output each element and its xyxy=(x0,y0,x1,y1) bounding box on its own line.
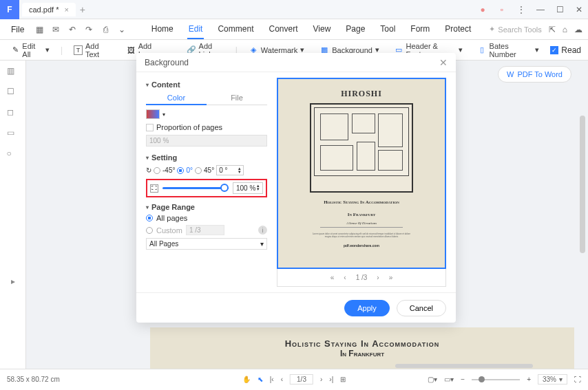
layout-icon[interactable]: ▭▾ xyxy=(444,376,454,383)
view-mode-icon[interactable]: ⊞ xyxy=(340,376,346,383)
cloud2-icon[interactable]: ☁ xyxy=(574,25,582,34)
attachment-icon[interactable]: ▭ xyxy=(7,128,19,140)
zoom-in-icon[interactable]: + xyxy=(527,376,531,383)
notif-icon[interactable]: ▫ xyxy=(493,2,511,17)
expand-sidebar-icon[interactable]: ▸ xyxy=(11,277,15,286)
next-icon[interactable]: › xyxy=(320,376,322,383)
share-icon[interactable]: ⇱ xyxy=(549,25,556,34)
select-tool-icon[interactable]: ⬉ xyxy=(258,376,263,383)
tab-view[interactable]: View xyxy=(312,20,333,39)
radio-pos45[interactable] xyxy=(195,167,202,174)
minimize-icon[interactable]: — xyxy=(532,2,549,17)
mail-icon[interactable]: ✉ xyxy=(49,23,63,36)
dialog-footer: Apply Cancel xyxy=(136,292,456,323)
angle-input[interactable]: 0 °▴▾ xyxy=(216,165,244,175)
preview-nav: « ‹ 1 /3 › » xyxy=(277,269,446,287)
custom-range-input: 1 /3 xyxy=(186,225,224,235)
next-page-icon[interactable]: › xyxy=(377,274,379,281)
preview-panel: HIROSHI Holistic Staying In Accommodatio… xyxy=(277,78,446,287)
prev-page-icon[interactable]: ‹ xyxy=(344,274,346,281)
dialog-header: Background ✕ xyxy=(136,53,456,72)
pdf-to-word-button[interactable]: W PDF To Word xyxy=(498,66,571,83)
preview-tagline: A Sense Of Elevations xyxy=(346,221,377,225)
hand-tool-icon[interactable]: ✋ xyxy=(242,376,251,383)
radio-zero[interactable] xyxy=(177,167,184,174)
custom-radio[interactable]: Custom 1 /3 i xyxy=(146,225,267,235)
zoom-slider[interactable] xyxy=(472,379,520,380)
dialog-close-icon[interactable]: ✕ xyxy=(439,57,448,68)
first-icon[interactable]: |‹ xyxy=(270,376,274,383)
close-tab-icon[interactable]: × xyxy=(64,6,68,14)
chevron-down-icon[interactable]: ⌄ xyxy=(115,23,129,36)
undo-icon[interactable]: ↶ xyxy=(65,23,79,36)
radio-neg45[interactable] xyxy=(154,167,160,174)
comment-icon[interactable]: ◻ xyxy=(7,107,19,120)
tab-filename: cad.pdf * xyxy=(29,6,59,14)
tab-tool[interactable]: Tool xyxy=(379,20,397,39)
tab-page[interactable]: Page xyxy=(344,20,366,39)
redo-icon[interactable]: ↷ xyxy=(82,23,96,36)
fullscreen-icon[interactable]: ⛶ xyxy=(574,376,581,383)
save-icon[interactable]: ▦ xyxy=(32,23,46,36)
file-tab[interactable]: File xyxy=(207,91,267,105)
cloud-icon[interactable]: ⌂ xyxy=(563,25,567,34)
more-icon[interactable]: ⋮ xyxy=(512,2,530,17)
last-icon[interactable]: ›| xyxy=(329,376,333,383)
page-input[interactable]: 1/3 xyxy=(290,374,313,384)
add-tab-icon[interactable]: + xyxy=(80,4,85,15)
opacity-value[interactable]: 100 %▴▾ xyxy=(233,182,263,194)
dialog-title: Background xyxy=(145,58,189,67)
user-icon[interactable]: ● xyxy=(474,2,492,17)
content-section[interactable]: Content xyxy=(146,80,267,89)
tab-comment[interactable]: Comment xyxy=(216,20,255,39)
document-content: Holistic Staying In Accommodation In Fra… xyxy=(150,327,574,369)
add-text-button[interactable]: TAdd Text xyxy=(70,40,116,61)
search-tools[interactable]: ✦ Search Tools xyxy=(489,25,541,34)
horizontal-scrollbar[interactable] xyxy=(395,364,533,368)
file-menu[interactable]: File xyxy=(6,22,30,37)
edit-all-button[interactable]: ✎Edit All▾ xyxy=(7,40,54,61)
color-tab[interactable]: Color xyxy=(146,91,207,105)
rotate-icon[interactable]: ↻ xyxy=(146,166,151,174)
thumbnails-icon[interactable]: ▥ xyxy=(7,66,19,78)
apply-button[interactable]: Apply xyxy=(344,300,390,316)
opacity-icon[interactable]: ⛶ xyxy=(150,184,158,193)
last-page-icon[interactable]: » xyxy=(389,274,393,281)
document-tab[interactable]: cad.pdf * × xyxy=(22,3,76,17)
preview-page: HIROSHI Holistic Staying In Accommodatio… xyxy=(277,78,446,269)
proportion-checkbox[interactable]: Proportion of pages xyxy=(146,123,267,131)
close-window-icon[interactable]: ✕ xyxy=(570,2,588,17)
zoom-select[interactable]: 33%▾ xyxy=(538,374,567,384)
tab-home[interactable]: Home xyxy=(150,20,175,39)
cancel-button[interactable]: Cancel xyxy=(397,300,446,316)
window-controls: ● ▫ ⋮ — ☐ ✕ xyxy=(474,2,588,17)
bates-number-button[interactable]: ▯Bates Number▾ xyxy=(474,40,543,61)
radio-custom-icon xyxy=(146,227,153,234)
menu-row: File ▦ ✉ ↶ ↷ ⎙ ⌄ Home Edit Comment Conve… xyxy=(0,19,588,40)
read-toggle[interactable]: ✓Read xyxy=(550,45,581,55)
setting-section[interactable]: Setting xyxy=(146,153,267,162)
color-picker[interactable]: ▾ xyxy=(146,109,267,119)
tab-edit[interactable]: Edit xyxy=(187,20,204,39)
all-pages-radio[interactable]: All pages xyxy=(146,214,267,222)
search-icon[interactable]: ○ xyxy=(7,149,19,161)
info-icon[interactable]: i xyxy=(258,226,267,235)
maximize-icon[interactable]: ☐ xyxy=(551,2,569,17)
dialog-body: Content Color File ▾ Proportion of pages… xyxy=(136,72,456,292)
prev-icon[interactable]: ‹ xyxy=(281,376,283,383)
status-right: ▢▾ ▭▾ − + 33%▾ ⛶ xyxy=(428,374,581,384)
fit-icon[interactable]: ▢▾ xyxy=(428,376,437,383)
status-center: ✋ ⬉ |‹ ‹ 1/3 › ›| ⊞ xyxy=(242,374,346,384)
tab-form[interactable]: Form xyxy=(409,20,431,39)
vertical-scrollbar[interactable] xyxy=(580,116,585,253)
tab-convert[interactable]: Convert xyxy=(267,20,299,39)
opacity-slider[interactable] xyxy=(162,187,229,189)
tab-protect[interactable]: Protect xyxy=(443,20,472,39)
pages-select[interactable]: All Pages▾ xyxy=(146,238,267,250)
page-range-section[interactable]: Page Range xyxy=(146,203,267,211)
print-icon[interactable]: ⎙ xyxy=(98,23,112,36)
zoom-out-icon[interactable]: − xyxy=(461,376,465,383)
checkbox-icon xyxy=(146,124,154,131)
first-page-icon[interactable]: « xyxy=(330,274,335,281)
bookmark-icon[interactable]: ☐ xyxy=(7,87,19,99)
